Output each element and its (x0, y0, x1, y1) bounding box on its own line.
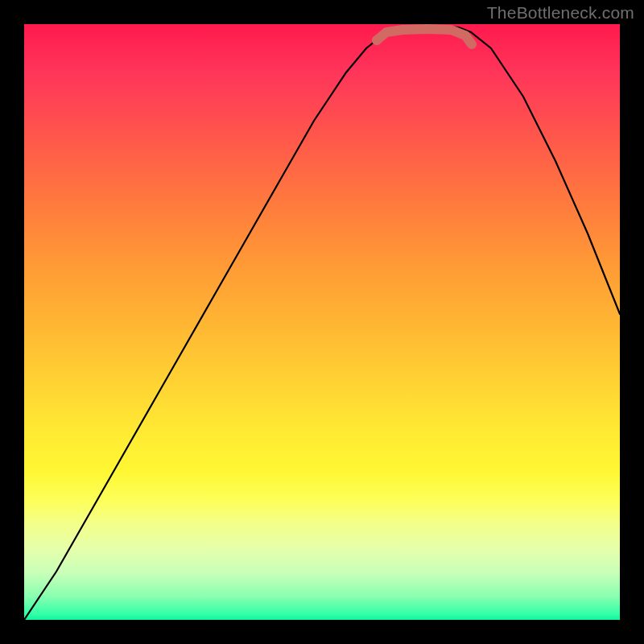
watermark-text: TheBottleneck.com (487, 3, 634, 23)
sweet-spot-segment (377, 29, 472, 44)
chart-frame: TheBottleneck.com (0, 0, 644, 644)
sweet-spot-start-dot (372, 35, 382, 45)
chart-svg (24, 24, 620, 620)
bottleneck-curve-line (24, 26, 620, 620)
